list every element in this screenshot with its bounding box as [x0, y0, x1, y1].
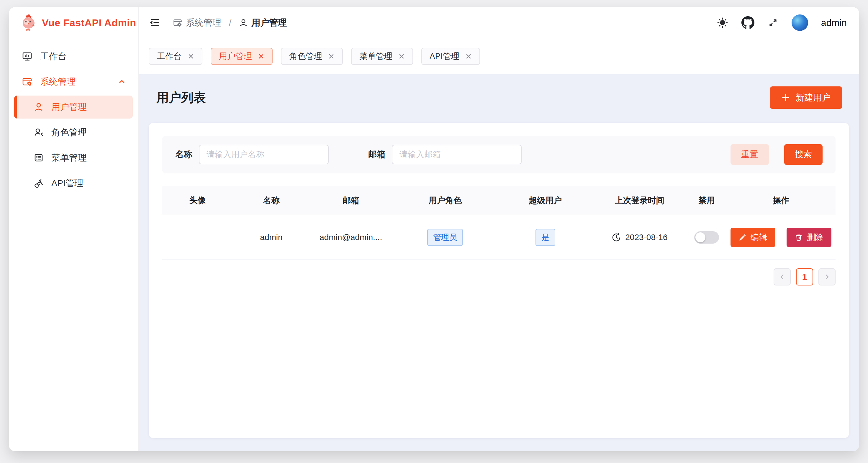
col-avatar: 头像	[162, 195, 233, 206]
email-filter-label: 邮箱	[368, 148, 385, 160]
col-role: 用户角色	[392, 195, 498, 206]
github-icon[interactable]	[741, 16, 754, 29]
cell-actions: 编辑 删除	[726, 228, 836, 247]
tab-workbench[interactable]: 工作台	[149, 48, 203, 65]
cell-disabled	[687, 231, 727, 243]
user-icon	[239, 18, 248, 27]
col-actions: 操作	[726, 195, 836, 206]
breadcrumb: 系统管理 / 用户管理	[173, 17, 287, 29]
sidebar: Vue FastAPI Admin 工作台	[9, 7, 139, 451]
col-last-login: 上次登录时间	[592, 195, 687, 206]
email-filter-input[interactable]	[392, 145, 522, 164]
tab-roles[interactable]: 角色管理	[281, 48, 343, 65]
superuser-tag: 是	[535, 229, 555, 246]
user-icon	[34, 102, 44, 112]
cell-role: 管理员	[392, 229, 498, 246]
role-tag: 管理员	[427, 229, 463, 246]
plus-icon	[781, 93, 790, 102]
monitor-icon	[22, 51, 32, 62]
sidebar-item-workbench[interactable]: 工作台	[14, 45, 133, 68]
sidebar-item-menus[interactable]: 菜单管理	[14, 146, 133, 169]
chick-mascot-icon	[21, 14, 37, 31]
name-filter-label: 名称	[175, 148, 192, 160]
theme-sun-icon[interactable]	[717, 17, 728, 29]
content-area: 用户列表 新建用户 名称 邮箱 重置 搜索	[139, 74, 859, 451]
window-gear-icon	[22, 76, 32, 87]
sidebar-item-system[interactable]: 系统管理	[14, 70, 133, 93]
tab-users[interactable]: 用户管理	[211, 48, 273, 65]
api-plug-icon	[34, 178, 44, 188]
search-button[interactable]: 搜索	[784, 144, 823, 165]
tab-strip: 工作台 用户管理 角色管理 菜单管理 API管理	[139, 38, 859, 74]
prev-page-button[interactable]	[774, 268, 791, 286]
cell-email: admin@admin....	[309, 233, 392, 242]
menu-list-icon	[34, 153, 44, 163]
col-superuser: 超级用户	[498, 195, 593, 206]
search-panel: 名称 邮箱 重置 搜索	[162, 136, 836, 173]
menu-fold-icon[interactable]	[149, 17, 161, 29]
sidebar-item-label: 系统管理	[40, 76, 75, 88]
username[interactable]: admin	[821, 18, 847, 28]
sidebar-item-users[interactable]: 用户管理	[14, 96, 133, 119]
breadcrumb-item-users[interactable]: 用户管理	[239, 17, 287, 29]
name-filter-input[interactable]	[199, 145, 329, 164]
user-avatar[interactable]	[792, 14, 808, 31]
new-user-button[interactable]: 新建用户	[770, 87, 842, 109]
sidebar-item-roles[interactable]: 角色管理	[14, 121, 133, 144]
logo[interactable]: Vue FastAPI Admin	[9, 7, 138, 38]
user-list-card: 名称 邮箱 重置 搜索 头像 名称 邮箱 用户角色 超级用户	[149, 123, 849, 438]
disabled-toggle[interactable]	[694, 231, 719, 243]
chevron-right-icon	[824, 273, 831, 280]
cell-name: admin	[233, 233, 310, 242]
sidebar-item-label: API管理	[51, 177, 83, 189]
chevron-left-icon	[779, 273, 786, 280]
next-page-button[interactable]	[818, 268, 836, 286]
cell-superuser: 是	[498, 229, 593, 246]
pagination: 1	[162, 268, 836, 286]
cell-last-login: 2023-08-16	[592, 233, 687, 242]
page-title: 用户列表	[156, 89, 206, 106]
col-name: 名称	[233, 195, 310, 206]
col-disabled: 禁用	[687, 195, 727, 206]
close-icon[interactable]	[258, 53, 265, 60]
reset-button[interactable]: 重置	[731, 144, 769, 165]
topbar: 系统管理 / 用户管理	[139, 7, 859, 38]
close-icon[interactable]	[398, 53, 405, 60]
table-row: admin admin@admin.... 管理员 是	[162, 215, 836, 260]
delete-button[interactable]: 删除	[786, 228, 831, 247]
sidebar-item-label: 用户管理	[51, 101, 87, 113]
user-table: 头像 名称 邮箱 用户角色 超级用户 上次登录时间 禁用 操作 admin ad…	[162, 187, 836, 260]
edit-button[interactable]: 编辑	[731, 228, 775, 247]
breadcrumb-separator: /	[229, 18, 231, 28]
chevron-up-icon	[118, 78, 126, 86]
col-email: 邮箱	[309, 195, 392, 206]
user-role-icon	[34, 127, 44, 137]
trash-icon	[795, 234, 803, 241]
close-icon[interactable]	[465, 53, 472, 60]
app-title: Vue FastAPI Admin	[42, 17, 136, 29]
page-1-button[interactable]: 1	[796, 268, 813, 286]
breadcrumb-item-system[interactable]: 系统管理	[173, 17, 221, 29]
close-icon[interactable]	[328, 53, 335, 60]
pencil-icon	[739, 234, 746, 241]
tab-api[interactable]: API管理	[421, 48, 480, 65]
sidebar-item-label: 菜单管理	[51, 152, 87, 164]
table-header-row: 头像 名称 邮箱 用户角色 超级用户 上次登录时间 禁用 操作	[162, 187, 836, 215]
tab-menus[interactable]: 菜单管理	[351, 48, 413, 65]
sidebar-item-api[interactable]: API管理	[14, 172, 133, 195]
app-window: Vue FastAPI Admin 工作台	[9, 7, 859, 451]
sidebar-menu: 工作台 系统管理	[9, 38, 138, 201]
window-gear-icon	[173, 18, 182, 27]
close-icon[interactable]	[188, 53, 194, 60]
fullscreen-icon[interactable]	[767, 17, 779, 28]
sidebar-item-label: 角色管理	[51, 127, 87, 139]
clock-refresh-icon	[612, 233, 621, 242]
sidebar-item-label: 工作台	[40, 51, 67, 63]
